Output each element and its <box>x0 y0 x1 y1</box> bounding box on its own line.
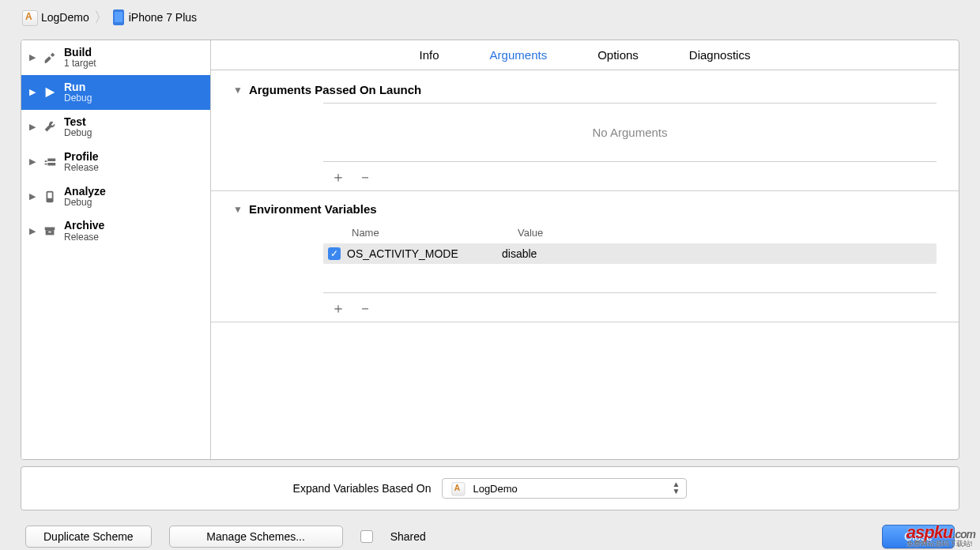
sidebar-item-title: Profile <box>64 150 99 163</box>
disclosure-triangle-icon: ▼ <box>233 85 243 96</box>
sidebar-item-profile[interactable]: ▶ Profile Release <box>21 145 210 179</box>
remove-argument-button[interactable]: － <box>358 170 372 184</box>
chevron-right-icon: 〉 <box>94 8 108 27</box>
flask-icon <box>42 190 58 204</box>
tab-info[interactable]: Info <box>420 48 439 62</box>
xcode-icon <box>452 482 464 494</box>
column-name: Name <box>352 227 518 239</box>
watermark: aspku.com 免费网站源码下载站! <box>906 525 975 547</box>
sidebar-item-title: Test <box>64 115 92 128</box>
wrench-icon <box>42 120 58 134</box>
expand-variables-bar: Expand Variables Based On LogDemo ▲▼ <box>21 466 959 510</box>
sidebar-item-build[interactable]: ▶ Build 1 target <box>21 40 210 75</box>
scheme-editor-panel: ▶ Build 1 target ▶ Run Debug ▶ <box>21 40 959 460</box>
disclosure-arrow-icon: ▶ <box>29 156 36 167</box>
add-argument-button[interactable]: ＋ <box>331 170 345 184</box>
column-value: Value <box>518 227 543 239</box>
expand-variables-select[interactable]: LogDemo ▲▼ <box>442 478 687 499</box>
disclosure-arrow-icon: ▶ <box>29 122 36 132</box>
xcode-icon <box>22 10 36 24</box>
remove-env-button[interactable]: － <box>358 301 372 315</box>
disclosure-arrow-icon: ▶ <box>29 87 36 97</box>
section-title: Arguments Passed On Launch <box>249 83 421 96</box>
sidebar-item-run[interactable]: ▶ Run Debug <box>21 75 210 110</box>
sidebar-item-sub: 1 target <box>64 58 96 70</box>
divider <box>211 322 959 322</box>
sidebar-item-title: Build <box>64 46 96 58</box>
shared-checkbox[interactable] <box>360 530 373 543</box>
sidebar-item-title: Run <box>64 81 92 93</box>
tab-diagnostics[interactable]: Diagnostics <box>689 48 751 62</box>
sidebar-item-sub: Release <box>64 232 104 243</box>
sidebar-item-sub: Release <box>64 163 99 174</box>
disclosure-arrow-icon: ▶ <box>29 191 36 202</box>
env-row-name[interactable]: OS_ACTIVITY_MODE <box>347 247 496 260</box>
sidebar-item-archive[interactable]: ▶ Archive Release <box>21 213 210 248</box>
updown-arrows-icon: ▲▼ <box>673 480 680 495</box>
bottom-button-row: Duplicate Scheme Manage Schemes... Share… <box>0 510 980 550</box>
svg-rect-4 <box>48 232 51 232</box>
breadcrumb: LogDemo 〉 iPhone 7 Plus <box>0 0 980 35</box>
tab-arguments[interactable]: Arguments <box>490 48 548 62</box>
tab-options[interactable]: Options <box>597 48 639 62</box>
expand-variables-value: LogDemo <box>473 483 517 495</box>
env-row-checkbox[interactable]: ✓ <box>328 247 341 260</box>
env-row-value[interactable]: disable <box>502 247 537 260</box>
device-icon <box>113 9 124 25</box>
svg-rect-2 <box>45 228 55 231</box>
disclosure-arrow-icon: ▶ <box>29 226 36 236</box>
sidebar-item-test[interactable]: ▶ Test Debug <box>21 110 210 145</box>
sidebar-item-title: Analyze <box>64 185 106 198</box>
expand-variables-label: Expand Variables Based On <box>293 482 432 495</box>
play-icon <box>42 85 58 100</box>
sidebar-item-sub: Debug <box>64 198 106 209</box>
tabs: Info Arguments Options Diagnostics <box>211 40 959 70</box>
main-panel: Info Arguments Options Diagnostics ▼ Arg… <box>211 40 959 459</box>
archive-icon <box>42 224 58 238</box>
gauge-icon <box>42 155 58 169</box>
sidebar-item-analyze[interactable]: ▶ Analyze Debug <box>21 179 210 214</box>
content-area: ▼ Arguments Passed On Launch No Argument… <box>211 70 959 459</box>
add-env-button[interactable]: ＋ <box>331 301 345 315</box>
svg-rect-1 <box>47 192 51 198</box>
hammer-icon <box>42 51 58 65</box>
shared-label: Shared <box>390 530 426 543</box>
env-row[interactable]: ✓ OS_ACTIVITY_MODE disable <box>323 243 937 264</box>
section-title: Environment Variables <box>249 202 377 216</box>
env-table-header: Name Value <box>323 222 937 243</box>
breadcrumb-project[interactable]: LogDemo <box>41 11 89 24</box>
disclosure-triangle-icon: ▼ <box>233 204 243 215</box>
arguments-empty-text: No Arguments <box>323 104 937 161</box>
disclosure-arrow-icon: ▶ <box>29 52 36 62</box>
section-arguments-header[interactable]: ▼ Arguments Passed On Launch <box>233 83 937 96</box>
sidebar: ▶ Build 1 target ▶ Run Debug ▶ <box>21 40 211 459</box>
manage-schemes-button[interactable]: Manage Schemes... <box>169 526 343 548</box>
sidebar-item-title: Archive <box>64 219 104 232</box>
section-env-header[interactable]: ▼ Environment Variables <box>233 202 937 216</box>
breadcrumb-device[interactable]: iPhone 7 Plus <box>129 11 197 24</box>
sidebar-item-sub: Debug <box>64 128 92 139</box>
duplicate-scheme-button[interactable]: Duplicate Scheme <box>25 526 152 548</box>
sidebar-item-sub: Debug <box>64 93 92 104</box>
